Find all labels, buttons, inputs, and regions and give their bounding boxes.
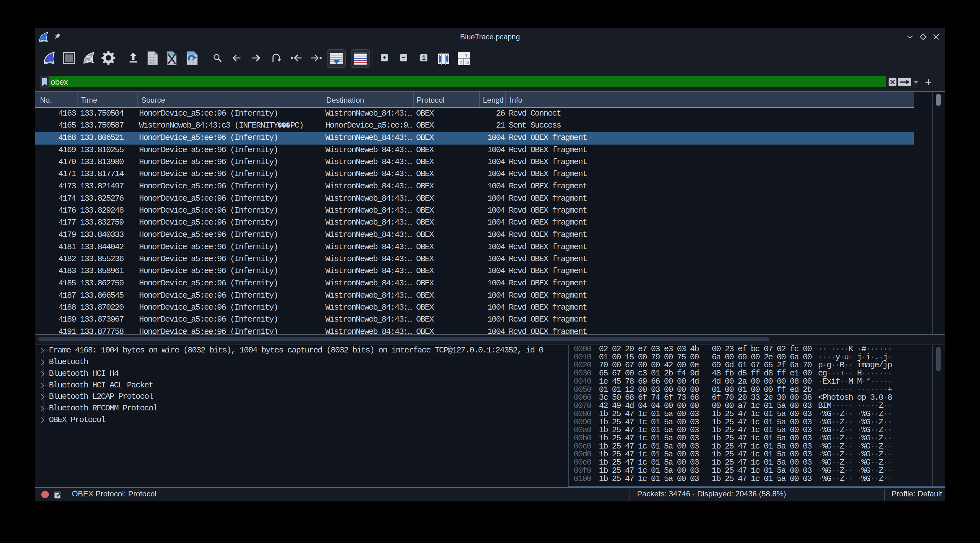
svg-text:1: 1 xyxy=(465,52,468,58)
svg-text:3: 3 xyxy=(466,60,469,65)
svg-text:0101: 0101 xyxy=(150,62,155,65)
svg-text:0101: 0101 xyxy=(150,56,155,59)
svg-text:0110: 0110 xyxy=(169,63,174,65)
svg-text:0110: 0110 xyxy=(189,62,194,64)
svg-text:2: 2 xyxy=(460,60,462,65)
svg-text:0101: 0101 xyxy=(150,59,155,62)
